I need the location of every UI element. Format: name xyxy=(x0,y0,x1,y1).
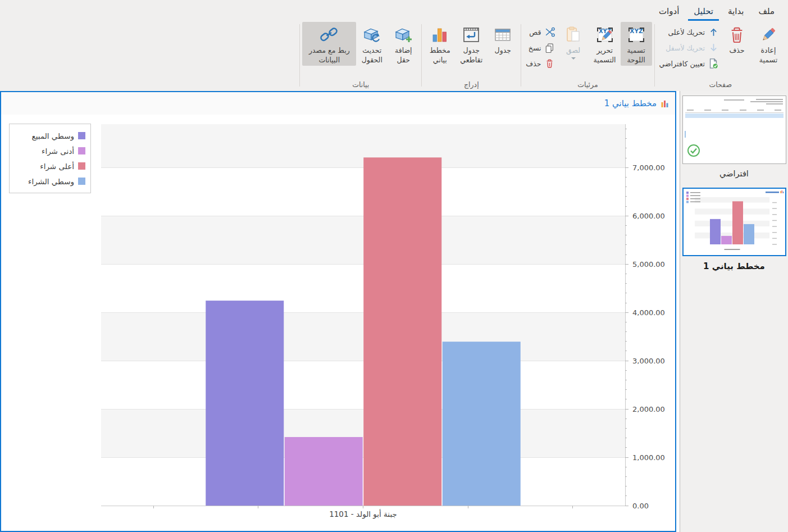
copy-button[interactable]: نسخ xyxy=(523,42,557,54)
name-board-button[interactable]: XYZ تسمية اللوحة xyxy=(621,22,652,66)
bar-series-1[interactable] xyxy=(285,437,363,506)
cut-button[interactable]: قص xyxy=(523,26,557,38)
link-data-source-button[interactable]: ربط مع مصدر البيانات xyxy=(302,22,356,66)
insert-table-label: جدول xyxy=(495,46,511,56)
page-label-chart: مخطط بياني 1 xyxy=(703,261,765,271)
ribbon: ملف بداية تحليل أدوات إعادة تسمية xyxy=(0,0,788,91)
chain-link-icon xyxy=(318,24,340,46)
svg-text:3,000.00: 3,000.00 xyxy=(632,357,665,365)
tab-home[interactable]: بداية xyxy=(722,3,749,21)
rename-page-button[interactable]: إعادة تسمية xyxy=(753,22,784,66)
svg-text:XYZ: XYZ xyxy=(630,28,643,34)
chart-legend: وسطي المبيع أدنى شراء أعلى شراء وسطي الش… xyxy=(9,124,91,193)
default-check-icon xyxy=(687,144,700,160)
insert-chart-button[interactable]: مخطط بياني xyxy=(424,22,456,66)
page-label-default: افتراضي xyxy=(719,169,749,178)
paste-label: لصق xyxy=(566,46,580,56)
insert-table-button[interactable]: جدول xyxy=(487,22,518,57)
tab-file[interactable]: ملف xyxy=(753,3,780,21)
insert-cross-table-label: جدول تقاطعي xyxy=(456,46,486,65)
ribbon-group-insert: جدول جدول تقاطعي xyxy=(422,21,520,91)
cross-table-icon xyxy=(462,24,481,46)
legend-item[interactable]: أعلى شراء xyxy=(15,159,85,173)
legend-swatch xyxy=(78,147,85,154)
clipboard-icon xyxy=(564,24,583,46)
bar-chart-icon xyxy=(430,24,449,46)
xyz-label-icon: XYZ xyxy=(627,24,646,46)
svg-text:6,000.00: 6,000.00 xyxy=(632,212,665,220)
refresh-fields-label: تحديث الحقول xyxy=(357,46,387,65)
bar-series-0[interactable] xyxy=(206,301,284,506)
ribbon-group-label-insert: إدراج xyxy=(424,80,518,91)
legend-item[interactable]: وسطي الشراء xyxy=(15,174,85,188)
set-default-label: تعيين كافتراضي xyxy=(659,60,705,68)
pencil-icon xyxy=(759,24,778,46)
delete-visual-button[interactable]: حذف xyxy=(523,57,557,70)
add-field-label: إضافة حقل xyxy=(388,46,418,65)
chart-panel[interactable]: 7,000.006,000.005,000.004,000.003,000.00… xyxy=(0,91,676,532)
table-icon xyxy=(493,24,512,46)
main-chart: 7,000.006,000.005,000.004,000.003,000.00… xyxy=(1,92,675,531)
ribbon-group-data: إضافة حقل تحديث الحقول xyxy=(300,21,421,91)
ribbon-group-visuals: XYZ تسمية اللوحة XYZ xyxy=(522,21,653,91)
svg-text:0.00: 0.00 xyxy=(632,502,649,510)
group-separator xyxy=(421,24,422,87)
thumb-text-line xyxy=(756,99,783,100)
set-default-button[interactable]: تعيين كافتراضي xyxy=(657,57,721,70)
move-up-label: تحريك لأعلى xyxy=(668,28,705,37)
ribbon-group-label-visuals: مرئيات xyxy=(523,80,652,91)
bar-series-2[interactable] xyxy=(363,157,441,506)
bar-series-3[interactable] xyxy=(443,342,521,506)
svg-text:5,000.00: 5,000.00 xyxy=(632,260,665,269)
page-thumbnail-chart[interactable] xyxy=(682,188,786,256)
cut-label: قص xyxy=(529,28,541,37)
thumb-scrollbar xyxy=(685,131,686,138)
delete-page-label: حذف xyxy=(729,46,744,56)
move-down-button[interactable]: تحريك لأسفل xyxy=(657,42,721,54)
workspace: 7,000.006,000.005,000.004,000.003,000.00… xyxy=(0,91,788,532)
copy-label: نسخ xyxy=(529,44,541,52)
dropdown-caret-icon xyxy=(571,57,576,60)
legend-label: وسطي المبيع xyxy=(32,131,74,140)
group-separator xyxy=(521,24,521,87)
xyz-edit-icon: XYZ xyxy=(595,24,614,46)
svg-text:1,000.00: 1,000.00 xyxy=(632,453,665,462)
legend-label: أدنى شراء xyxy=(42,147,74,156)
legend-swatch xyxy=(78,132,85,139)
ribbon-tabs: ملف بداية تحليل أدوات xyxy=(0,0,788,21)
pages-sidebar: افتراضي مخطط بياني 1 xyxy=(680,91,788,532)
page-check-icon xyxy=(708,57,719,70)
legend-item[interactable]: وسطي المبيع xyxy=(15,129,85,143)
thumb-table-header xyxy=(685,107,784,113)
delete-visual-label: حذف xyxy=(526,60,541,68)
edit-name-button[interactable]: XYZ تحرير التسمية xyxy=(589,22,621,66)
thumbnail-chart xyxy=(684,189,785,254)
add-field-button[interactable]: إضافة حقل xyxy=(388,22,419,66)
panel-title: مخطط بياني 1 xyxy=(604,98,657,108)
tab-tools[interactable]: أدوات xyxy=(653,3,685,21)
legend-item[interactable]: أدنى شراء xyxy=(15,144,85,158)
group-separator xyxy=(299,24,300,87)
page-thumbnail-default[interactable] xyxy=(682,96,786,164)
arrow-up-icon xyxy=(708,27,719,37)
move-down-label: تحريك لأسفل xyxy=(666,44,705,52)
thumb-text-line xyxy=(750,101,783,102)
delete-page-button[interactable]: حذف xyxy=(721,22,753,57)
refresh-fields-button[interactable]: تحديث الحقول xyxy=(356,22,388,66)
thumb-table-row xyxy=(685,113,784,118)
insert-cross-table-button[interactable]: جدول تقاطعي xyxy=(456,22,487,66)
name-board-label: تسمية اللوحة xyxy=(621,46,652,65)
move-up-button[interactable]: تحريك لأعلى xyxy=(657,26,721,38)
svg-text:2,000.00: 2,000.00 xyxy=(632,405,665,413)
legend-label: أعلى شراء xyxy=(40,162,74,171)
tab-analysis[interactable]: تحليل xyxy=(688,3,719,21)
thumb-title-line xyxy=(724,99,744,101)
scissors-icon xyxy=(544,27,555,37)
group-separator xyxy=(654,24,655,87)
legend-label: وسطي الشراء xyxy=(28,177,74,186)
panel-titlebar: مخطط بياني 1 xyxy=(1,92,675,115)
link-data-source-label: ربط مع مصدر البيانات xyxy=(303,46,356,65)
ribbon-body: إعادة تسمية حذف xyxy=(0,21,788,91)
paste-button[interactable]: لصق xyxy=(558,22,589,61)
rename-page-label: إعادة تسمية xyxy=(753,46,784,65)
